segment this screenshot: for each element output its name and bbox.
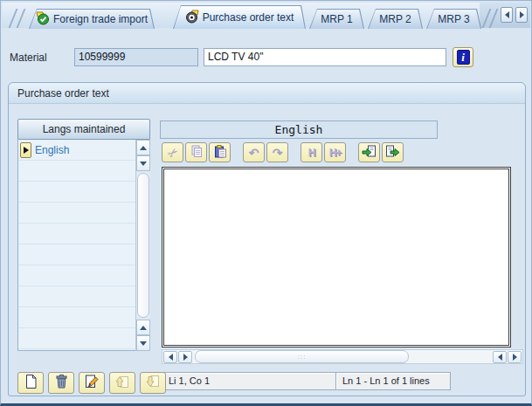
tab-label: Foreign trade import — [53, 13, 148, 25]
scroll-up-button[interactable] — [136, 140, 150, 155]
row-selector-icon[interactable] — [20, 142, 31, 158]
cut-icon: ✂ — [164, 144, 180, 160]
scroll-left-button[interactable] — [493, 351, 507, 363]
tab-mrp-3[interactable]: MRP 3 — [426, 9, 481, 29]
tab-scroll-right-button[interactable] — [515, 7, 528, 23]
text-editor-frame — [162, 167, 511, 348]
trash-icon — [54, 374, 69, 393]
copy-button[interactable] — [185, 142, 207, 162]
find-next-button[interactable]: H+ — [324, 142, 346, 162]
export-text-button[interactable] — [382, 142, 404, 162]
line-info-status: Ln 1 - Ln 1 of 1 lines — [336, 372, 451, 390]
tab-label: MRP 2 — [379, 13, 411, 25]
material-description-field[interactable]: LCD TV 40" — [204, 48, 446, 66]
tab-scroll-left-icon — [505, 11, 509, 18]
editor-horizontal-scrollbar: ······ — [162, 349, 523, 364]
tab-foreign-trade-import[interactable]: Foreign trade import — [29, 9, 155, 29]
find-icon: H — [308, 147, 315, 159]
edit-text-button[interactable] — [79, 372, 105, 394]
arrow-down-icon — [140, 162, 147, 166]
create-text-icon — [24, 374, 38, 393]
text-actions-toolbar — [17, 372, 166, 394]
upload-text-button[interactable] — [109, 372, 135, 394]
upload-icon — [114, 374, 130, 393]
create-text-button[interactable] — [17, 372, 44, 394]
groupbox-title: Purchase order text — [9, 83, 525, 104]
arrow-up-icon — [140, 146, 147, 150]
information-button[interactable]: i — [453, 47, 473, 67]
find-next-icon: H+ — [329, 147, 342, 159]
redo-icon: ↷ — [273, 147, 283, 159]
tab-scroll-left-button[interactable] — [501, 7, 513, 23]
tab-mrp-2[interactable]: MRP 2 — [368, 9, 423, 29]
status-complete-icon — [36, 11, 50, 28]
redo-button[interactable]: ↷ — [266, 142, 288, 162]
scroll-up-button[interactable] — [136, 320, 150, 335]
paste-icon — [213, 144, 227, 162]
download-text-button[interactable] — [140, 372, 166, 394]
tab-mrp-1[interactable]: MRP 1 — [309, 9, 364, 29]
language-value-field[interactable]: English — [160, 120, 438, 139]
tab-label: Purchase order text — [203, 11, 294, 24]
paste-button[interactable] — [209, 142, 231, 162]
delete-text-button[interactable] — [48, 372, 74, 394]
cut-button[interactable]: ✂ — [162, 142, 183, 162]
find-button[interactable]: H — [301, 142, 322, 162]
scroll-right-button[interactable] — [508, 351, 522, 363]
download-icon — [145, 374, 161, 393]
import-text-icon — [362, 144, 377, 162]
material-number-field[interactable]: 10599999 — [74, 48, 198, 66]
scroll-down-button[interactable] — [136, 155, 150, 171]
list-item-english[interactable]: English — [18, 140, 149, 161]
tab-purchase-order-text[interactable]: Purchase order text — [173, 5, 306, 29]
grip-dots-icon: ······ — [298, 354, 307, 360]
scrollbar-track[interactable]: ······ — [193, 350, 493, 363]
arrow-right-icon — [183, 354, 188, 361]
tab-label: MRP 1 — [321, 13, 352, 25]
undo-button[interactable]: ↶ — [243, 142, 265, 162]
editor-status-bar: Li 1, Co 1 Ln 1 - Ln 1 of 1 lines — [162, 372, 451, 390]
scroll-right-button[interactable] — [178, 351, 192, 363]
export-text-icon — [385, 144, 400, 162]
tab-scroll-right-icon — [520, 11, 524, 18]
arrow-up-icon — [140, 326, 147, 330]
material-label: Material — [10, 52, 47, 64]
import-text-button[interactable] — [358, 142, 380, 162]
copy-icon — [190, 144, 204, 162]
information-icon: i — [457, 50, 470, 65]
arrow-left-icon — [169, 354, 173, 361]
edit-pencil-icon — [84, 374, 100, 393]
scrollbar-thumb[interactable]: ······ — [195, 350, 409, 363]
languages-list: English — [17, 140, 150, 351]
cursor-position-status: Li 1, Co 1 — [162, 372, 336, 390]
tab-label: MRP 3 — [438, 13, 469, 25]
languages-panel: Langs maintained English — [17, 119, 150, 351]
undo-icon: ↶ — [249, 147, 259, 159]
status-current-icon — [185, 10, 199, 26]
arrow-left-icon — [498, 354, 502, 361]
arrow-right-icon — [513, 354, 517, 361]
languages-scrollbar — [135, 140, 150, 351]
langs-maintained-header[interactable]: Langs maintained — [17, 119, 150, 140]
purchase-order-text-editor[interactable] — [164, 169, 508, 345]
scroll-left-button[interactable] — [163, 351, 177, 363]
tab-strip: Foreign trade import Purchase order text… — [2, 3, 530, 28]
sap-material-master-window: Foreign trade import Purchase order text… — [0, 0, 532, 406]
scrollbar-thumb[interactable] — [137, 173, 149, 318]
purchase-order-text-groupbox: Purchase order text Langs maintained Eng… — [8, 82, 526, 396]
scroll-down-button[interactable] — [136, 335, 150, 351]
text-editor-toolbar: ✂ — [162, 142, 405, 162]
language-item-label: English — [35, 144, 69, 156]
arrow-down-icon — [140, 341, 147, 346]
scrollbar-track[interactable] — [136, 171, 150, 320]
